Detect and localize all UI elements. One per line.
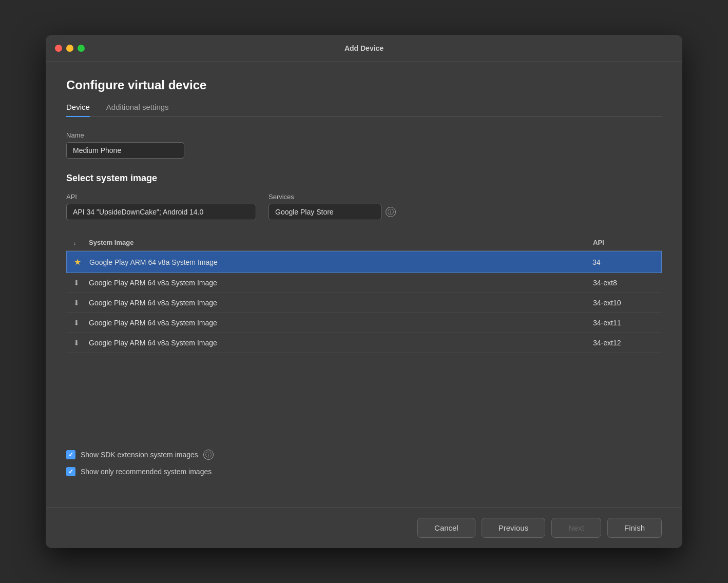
title-bar: Add Device [46, 35, 682, 62]
close-button[interactable] [55, 45, 62, 52]
name-input[interactable] [66, 142, 184, 159]
tab-additional-settings[interactable]: Additional settings [106, 103, 169, 116]
services-select[interactable]: Google Play Store [269, 204, 381, 220]
cancel-button[interactable]: Cancel [417, 518, 475, 538]
star-icon: ★ [74, 257, 89, 267]
window-title: Add Device [344, 44, 384, 52]
finish-button[interactable]: Finish [607, 518, 662, 538]
row-system-image-name: Google Play ARM 64 v8a System Image [89, 339, 593, 347]
table-row[interactable]: ⬇ Google Play ARM 64 v8a System Image 34… [66, 313, 662, 333]
sort-column-header[interactable]: ↓ [73, 240, 89, 246]
download-icon: ⬇ [73, 299, 89, 307]
table-row[interactable]: ⬇ Google Play ARM 64 v8a System Image 34… [66, 273, 662, 293]
services-selector-group: Services Google Play Store ⓘ [269, 193, 396, 220]
api-label: API [66, 193, 256, 201]
row-api-value: 34-ext11 [593, 319, 655, 327]
maximize-button[interactable] [78, 45, 85, 52]
checkboxes-container: Show SDK extension system images ⓘ Show … [66, 450, 662, 476]
sdk-extensions-label: Show SDK extension system images [81, 451, 198, 459]
recommended-only-checkbox-row: Show only recommended system images [66, 467, 662, 476]
row-api-value: 34-ext10 [593, 299, 655, 307]
select-system-image-title: Select system image [66, 173, 662, 184]
table-row[interactable]: ⬇ Google Play ARM 64 v8a System Image 34… [66, 293, 662, 313]
minimize-button[interactable] [66, 45, 73, 52]
table-header: ↓ System Image API [66, 235, 662, 251]
row-system-image-name: Google Play ARM 64 v8a System Image [89, 319, 593, 327]
row-api-value: 34-ext12 [593, 339, 655, 347]
system-image-table-container: ↓ System Image API ★ Google Play ARM 64 … [66, 235, 662, 439]
previous-button[interactable]: Previous [482, 518, 545, 538]
services-info-icon[interactable]: ⓘ [386, 207, 396, 217]
table-row[interactable]: ⬇ Google Play ARM 64 v8a System Image 34… [66, 333, 662, 353]
tabs-container: Device Additional settings [66, 103, 662, 117]
selectors-row: API API 34 "UpsideDownCake"; Android 14.… [66, 193, 662, 220]
download-icon: ⬇ [73, 279, 89, 287]
table-row[interactable]: ★ Google Play ARM 64 v8a System Image 34 [66, 251, 662, 273]
services-label: Services [269, 193, 396, 201]
row-system-image-name: Google Play ARM 64 v8a System Image [89, 279, 593, 287]
row-system-image-name: Google Play ARM 64 v8a System Image [89, 299, 593, 307]
row-system-image-name: Google Play ARM 64 v8a System Image [89, 258, 592, 266]
tab-device[interactable]: Device [66, 103, 90, 116]
api-column-header: API [593, 239, 655, 246]
footer: Cancel Previous Next Finish [46, 507, 682, 548]
api-select-wrapper: API 34 "UpsideDownCake"; Android 14.0 [66, 204, 256, 220]
sdk-extensions-checkbox[interactable] [66, 450, 75, 459]
name-column-header: System Image [89, 239, 593, 246]
api-select[interactable]: API 34 "UpsideDownCake"; Android 14.0 [66, 204, 256, 220]
download-icon: ⬇ [73, 319, 89, 327]
recommended-only-checkbox[interactable] [66, 467, 75, 476]
main-content: Configure virtual device Device Addition… [46, 62, 682, 507]
name-label: Name [66, 131, 662, 139]
download-icon: ⬇ [73, 339, 89, 347]
traffic-lights [55, 45, 85, 52]
api-selector-group: API API 34 "UpsideDownCake"; Android 14.… [66, 193, 256, 220]
services-select-wrapper: Google Play Store ⓘ [269, 204, 396, 220]
next-button[interactable]: Next [551, 518, 601, 538]
recommended-only-label: Show only recommended system images [81, 468, 212, 476]
add-device-window: Add Device Configure virtual device Devi… [46, 35, 682, 548]
page-title: Configure virtual device [66, 78, 662, 92]
row-api-value: 34 [592, 258, 654, 266]
row-api-value: 34-ext8 [593, 279, 655, 287]
sdk-extensions-info-icon[interactable]: ⓘ [203, 450, 214, 460]
sdk-extensions-checkbox-row: Show SDK extension system images ⓘ [66, 450, 662, 460]
